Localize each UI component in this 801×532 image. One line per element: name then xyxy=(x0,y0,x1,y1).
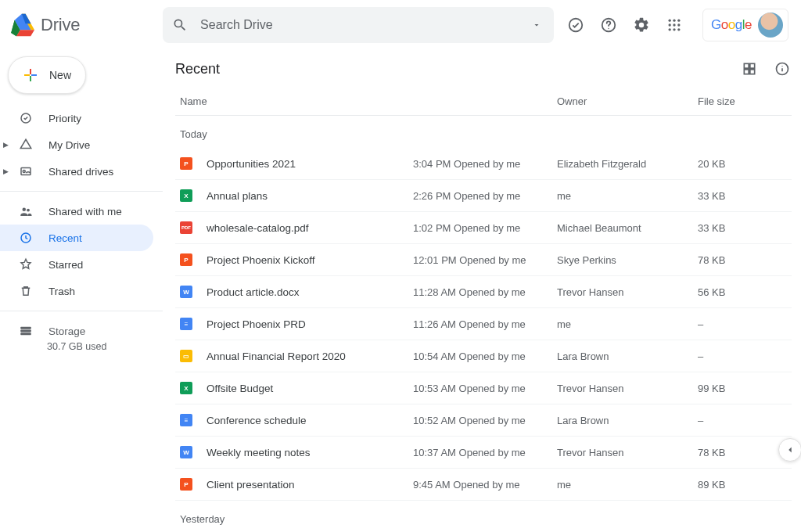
svg-point-13 xyxy=(677,28,680,31)
file-owner: Trevor Hansen xyxy=(557,383,698,394)
svg-point-18 xyxy=(27,209,30,212)
sidebar-item-my-drive[interactable]: ▶My Drive xyxy=(0,131,153,158)
file-owner: Lara Brown xyxy=(557,350,698,362)
search-options-icon[interactable] xyxy=(527,16,546,34)
file-row[interactable]: WWeekly meeting notes10:37 AM Opened by … xyxy=(175,437,792,469)
view-grid-icon[interactable] xyxy=(740,59,759,78)
file-name: wholesale-catalog.pdf xyxy=(207,222,413,234)
docs-file-icon: ≡ xyxy=(180,318,192,330)
storage-label: Storage xyxy=(48,325,85,337)
priority-icon xyxy=(19,111,33,125)
details-icon[interactable] xyxy=(773,59,792,78)
file-row[interactable]: WProduct article.docx11:28 AM Opened by … xyxy=(175,276,792,308)
sidebar-item-label: Starred xyxy=(48,259,83,271)
file-name: Annual Financial Report 2020 xyxy=(207,350,413,362)
sheets-file-icon: X xyxy=(180,189,192,202)
svg-point-5 xyxy=(669,20,671,22)
sidebar-item-priority[interactable]: Priority xyxy=(0,105,153,131)
people-icon xyxy=(19,204,33,218)
file-last-opened: 9:45 AM Opened by me xyxy=(413,479,557,491)
svg-point-17 xyxy=(23,208,27,212)
file-owner: Michael Beaumont xyxy=(557,222,698,234)
svg-rect-26 xyxy=(750,70,755,74)
svg-point-11 xyxy=(669,28,671,31)
svg-point-7 xyxy=(677,20,680,22)
column-owner[interactable]: Owner xyxy=(557,95,698,107)
svg-point-8 xyxy=(669,23,671,26)
trash-icon xyxy=(19,284,33,298)
sidebar-item-label: My Drive xyxy=(48,139,90,151)
expand-icon[interactable]: ▶ xyxy=(3,141,9,149)
file-size: 78 KB xyxy=(698,447,792,458)
file-name: Project Phoenix Kickoff xyxy=(207,254,413,266)
section-label: Yesterday xyxy=(175,501,792,532)
file-row[interactable]: PProject Phoenix Kickoff12:01 PM Opened … xyxy=(175,244,792,276)
apps-grid-icon[interactable] xyxy=(665,16,684,34)
file-last-opened: 3:04 PM Opened by me xyxy=(413,158,557,170)
file-row[interactable]: PClient presentation9:45 AM Opened by me… xyxy=(175,469,792,501)
file-size: – xyxy=(698,415,792,426)
sidebar-item-label: Shared with me xyxy=(48,206,122,217)
file-last-opened: 10:54 AM Opened by me xyxy=(413,350,557,362)
support-icon[interactable] xyxy=(599,16,618,34)
mydrive-icon xyxy=(19,138,33,152)
sidebar-item-recent[interactable]: Recent xyxy=(0,225,153,251)
column-headers: Name Owner File size xyxy=(175,88,792,116)
file-size: 78 KB xyxy=(698,254,792,266)
file-last-opened: 11:26 AM Opened by me xyxy=(413,318,557,330)
sidebar-item-trash[interactable]: Trash xyxy=(0,278,153,304)
svg-rect-22 xyxy=(20,332,31,335)
expand-icon[interactable]: ▶ xyxy=(3,167,9,175)
sidebar-item-starred[interactable]: Starred xyxy=(0,251,153,278)
svg-rect-20 xyxy=(20,327,31,329)
file-size: – xyxy=(698,318,792,330)
file-last-opened: 12:01 PM Opened by me xyxy=(413,254,557,266)
file-row[interactable]: POpportunities 20213:04 PM Opened by meE… xyxy=(175,148,792,180)
svg-point-9 xyxy=(673,23,675,26)
file-last-opened: 2:26 PM Opened by me xyxy=(413,190,557,202)
search-icon[interactable] xyxy=(171,16,189,34)
svg-point-4 xyxy=(608,28,609,29)
file-name: Client presentation xyxy=(207,479,413,491)
column-name[interactable]: Name xyxy=(180,95,413,107)
brand[interactable]: Drive xyxy=(9,13,156,38)
sidebar-item-label: Shared drives xyxy=(48,166,113,178)
word-file-icon: W xyxy=(180,286,192,298)
brand-name: Drive xyxy=(41,15,80,35)
svg-rect-24 xyxy=(750,63,755,68)
storage-icon xyxy=(19,324,33,338)
section-label: Today xyxy=(175,116,792,148)
file-row[interactable]: XOffsite Budget10:53 AM Opened by meTrev… xyxy=(175,372,792,404)
file-row[interactable]: ≡Conference schedule10:52 AM Opened by m… xyxy=(175,404,792,437)
file-name: Conference schedule xyxy=(207,415,413,426)
shared-drive-icon xyxy=(19,164,33,178)
search-bar[interactable] xyxy=(163,7,554,43)
settings-icon[interactable] xyxy=(632,16,651,34)
file-size: 33 KB xyxy=(698,222,792,234)
file-size: – xyxy=(698,350,792,362)
file-row[interactable]: ▭Annual Financial Report 202010:54 AM Op… xyxy=(175,340,792,372)
svg-point-2 xyxy=(569,19,583,32)
file-owner: me xyxy=(557,190,698,202)
drive-logo-icon xyxy=(9,13,34,38)
column-size[interactable]: File size xyxy=(698,95,788,107)
file-row[interactable]: XAnnual plans2:26 PM Opened by meme33 KB xyxy=(175,180,792,212)
svg-point-12 xyxy=(673,28,675,31)
file-row[interactable]: ≡Project Phoenix PRD11:26 AM Opened by m… xyxy=(175,308,792,340)
file-name: Annual plans xyxy=(207,190,413,202)
new-button[interactable]: New xyxy=(8,56,86,94)
file-size: 20 KB xyxy=(698,158,792,170)
new-button-label: New xyxy=(49,69,71,81)
file-row[interactable]: PDFwholesale-catalog.pdf1:02 PM Opened b… xyxy=(175,212,792,244)
side-panel-toggle[interactable] xyxy=(778,438,801,462)
file-name: Offsite Budget xyxy=(207,383,413,394)
search-input[interactable] xyxy=(200,18,516,32)
offline-ready-icon[interactable] xyxy=(566,16,585,34)
account-chip[interactable]: Google xyxy=(702,9,788,41)
sidebar-item-shared-with-me[interactable]: Shared with me xyxy=(0,198,153,225)
avatar[interactable] xyxy=(758,13,783,38)
sidebar-item-storage[interactable]: Storage xyxy=(19,318,163,344)
sidebar-item-shared-drives[interactable]: ▶Shared drives xyxy=(0,158,153,185)
svg-point-6 xyxy=(673,20,675,22)
slides-file-icon: P xyxy=(180,157,192,170)
